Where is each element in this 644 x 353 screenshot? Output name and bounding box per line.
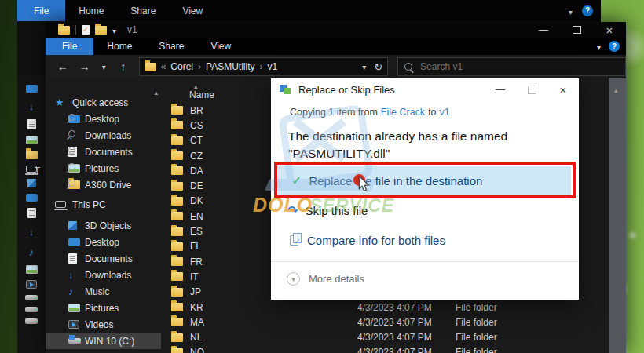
chevron-down-circle-icon bbox=[287, 272, 300, 286]
cube-icon bbox=[27, 179, 36, 187]
maximize-button[interactable] bbox=[560, 22, 593, 38]
sidebar-item-videos[interactable]: Videos bbox=[46, 316, 161, 333]
sidebar-item-this-pc[interactable]: This PC bbox=[46, 196, 161, 213]
chevron-right-icon bbox=[198, 61, 201, 72]
close-button[interactable] bbox=[593, 22, 626, 38]
source-link[interactable]: File Crack bbox=[381, 107, 425, 118]
minimize-button[interactable] bbox=[527, 22, 560, 38]
breadcrumb-collapse-icon[interactable] bbox=[161, 61, 166, 72]
breadcrumb[interactable]: Corel PASMUtility v1 bbox=[139, 57, 388, 76]
file-name: NL bbox=[190, 332, 202, 343]
sidebar-label: This PC bbox=[72, 199, 106, 210]
file-row[interactable]: NL4/3/2023 4:07 PMFile folder bbox=[161, 329, 609, 344]
tab-share[interactable]: Share bbox=[145, 38, 197, 55]
copy-prefix: Copying 1 item from bbox=[290, 107, 378, 118]
vertical-scrollbar[interactable] bbox=[609, 78, 626, 353]
sidebar-item-desktop[interactable]: Desktop bbox=[46, 111, 161, 127]
tab-home[interactable]: Home bbox=[93, 38, 145, 55]
sidebar-item-quick-access[interactable]: Quick access bbox=[46, 94, 161, 111]
sidebar-item-3d-objects[interactable]: 3D Objects bbox=[46, 217, 161, 234]
tab-file[interactable]: File bbox=[46, 38, 93, 55]
recent-locations-icon[interactable] bbox=[97, 63, 111, 71]
help-icon[interactable] bbox=[582, 5, 593, 16]
monitor-icon bbox=[26, 85, 38, 93]
sidebar-item-music[interactable]: Music bbox=[46, 283, 161, 300]
tab-view[interactable]: View bbox=[197, 38, 244, 55]
download-icon bbox=[29, 224, 35, 238]
sidebar-label: Quick access bbox=[72, 97, 128, 108]
sidebar-item-a360-drive[interactable]: A360 Drive bbox=[46, 176, 161, 193]
sidebar-label: Desktop bbox=[85, 114, 119, 125]
tab-share-back[interactable]: Share bbox=[117, 0, 169, 21]
search-box[interactable] bbox=[397, 57, 626, 76]
compare-option-label: Compare info for both files bbox=[307, 234, 445, 247]
file-name: DE bbox=[190, 180, 203, 191]
file-name: KR bbox=[190, 302, 203, 313]
file-row[interactable]: MA4/3/2023 4:07 PMFile folder bbox=[161, 315, 609, 329]
sidebar-scroll-up-icon[interactable] bbox=[154, 86, 158, 97]
column-header-name[interactable]: Name bbox=[189, 89, 214, 100]
breadcrumb-item-corel[interactable]: Corel bbox=[170, 61, 193, 72]
file-name: CZ bbox=[190, 151, 203, 162]
file-name: DA bbox=[190, 166, 203, 176]
folder-icon bbox=[171, 348, 183, 353]
sidebar-item-documents[interactable]: Documents bbox=[46, 144, 161, 160]
file-type: File folder bbox=[456, 332, 497, 343]
address-dropdown-icon[interactable] bbox=[362, 61, 366, 72]
skip-option[interactable]: Skip this file bbox=[287, 203, 368, 218]
mouse-cursor bbox=[358, 176, 370, 192]
refresh-icon[interactable] bbox=[374, 61, 382, 73]
file-row[interactable]: KR4/3/2023 4:07 PMFile folder bbox=[161, 300, 609, 315]
sidebar-item-pictures-pc[interactable]: Pictures bbox=[46, 300, 161, 316]
sidebar-item-desktop-pc[interactable]: Desktop bbox=[46, 234, 161, 250]
dialog-minimize-button[interactable] bbox=[485, 78, 516, 100]
ribbon-collapse-icon[interactable] bbox=[569, 4, 573, 18]
sidebar-item-win10-c[interactable]: WIN 10 (C:) bbox=[46, 333, 161, 349]
sidebar-item-downloads-pc[interactable]: Downloads bbox=[46, 267, 161, 283]
help-icon[interactable] bbox=[609, 41, 620, 52]
sidebar-label: Pictures bbox=[85, 303, 119, 314]
scroll-up-icon[interactable] bbox=[614, 82, 618, 96]
sidebar-item-downloads[interactable]: Downloads bbox=[46, 127, 161, 144]
compare-option[interactable]: Compare info for both files bbox=[290, 234, 445, 247]
tab-file-back[interactable]: File bbox=[17, 0, 65, 21]
file-row[interactable]: NO4/3/2023 4:07 PMFile folder bbox=[161, 345, 609, 353]
forward-button[interactable] bbox=[75, 60, 94, 73]
quick-access-toolbar bbox=[58, 23, 116, 37]
up-button[interactable] bbox=[114, 60, 133, 73]
pictures-icon bbox=[26, 265, 38, 274]
sidebar-label: Pictures bbox=[85, 163, 119, 174]
breadcrumb-item-v1[interactable]: v1 bbox=[267, 61, 277, 72]
background-window-ribbon: File Home Share View bbox=[17, 0, 601, 21]
folder-icon[interactable] bbox=[58, 26, 70, 35]
back-button[interactable] bbox=[53, 60, 72, 73]
folder-icon bbox=[171, 227, 183, 236]
sidebar-item-pictures[interactable]: Pictures bbox=[46, 160, 161, 176]
doc-icon bbox=[27, 119, 36, 129]
new-folder-icon[interactable] bbox=[95, 26, 107, 35]
properties-icon[interactable] bbox=[82, 25, 90, 35]
ribbon-collapse-icon[interactable] bbox=[597, 39, 601, 53]
sidebar-label: WIN 10 (C:) bbox=[85, 336, 134, 347]
folder-icon bbox=[171, 257, 183, 266]
file-name: NO bbox=[190, 347, 204, 353]
desktop-icon bbox=[68, 238, 80, 246]
qat-customize-icon[interactable] bbox=[112, 23, 116, 37]
pc-icon bbox=[55, 201, 66, 208]
tab-view-back[interactable]: View bbox=[169, 0, 216, 21]
file-name: IT bbox=[190, 271, 199, 282]
date-modified: 4/3/2023 4:07 PM bbox=[357, 317, 432, 328]
folder-icon bbox=[171, 242, 183, 251]
sidebar-item-documents-pc[interactable]: Documents bbox=[46, 250, 161, 267]
destination-link[interactable]: v1 bbox=[440, 107, 450, 118]
more-details-toggle[interactable]: More details bbox=[287, 272, 364, 286]
sidebar-label: A360 Drive bbox=[85, 180, 131, 191]
file-type: File folder bbox=[456, 302, 497, 313]
dialog-close-button[interactable] bbox=[547, 78, 579, 100]
conflict-message-line1: The destination already has a file named bbox=[288, 128, 579, 145]
search-input[interactable] bbox=[419, 60, 579, 73]
music-icon bbox=[68, 286, 74, 297]
download-icon bbox=[29, 99, 35, 113]
tab-home-back[interactable]: Home bbox=[65, 0, 117, 21]
breadcrumb-item-pasmutility[interactable]: PASMUtility bbox=[206, 61, 254, 72]
